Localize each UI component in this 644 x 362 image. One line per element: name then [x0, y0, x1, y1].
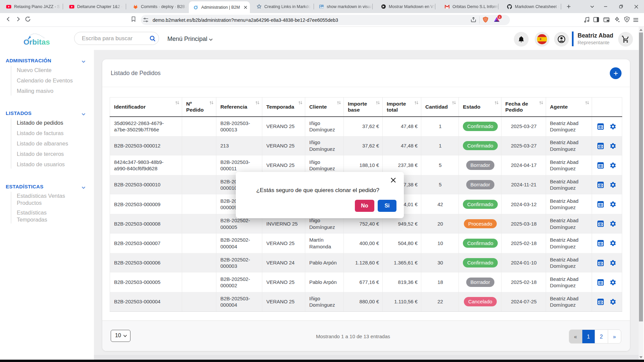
svg-text:Orbitas: Orbitas [23, 38, 50, 46]
